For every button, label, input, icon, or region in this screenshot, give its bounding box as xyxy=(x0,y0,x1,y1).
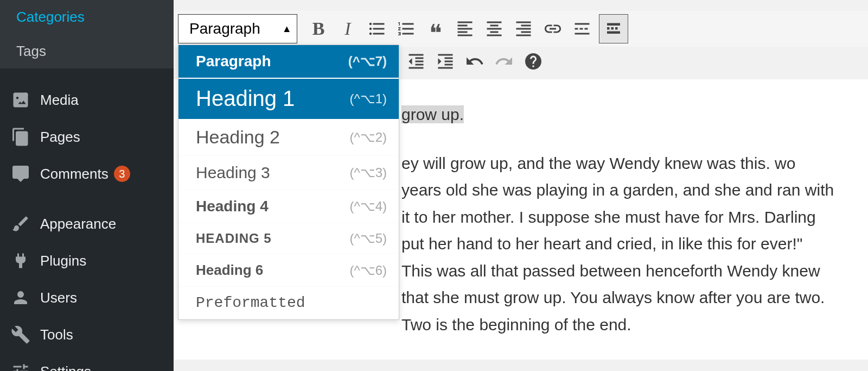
sidebar-item-label: Appearance xyxy=(40,216,116,232)
sidebar-item-comments[interactable]: Comments 3 xyxy=(0,155,174,192)
outdent-button[interactable] xyxy=(401,47,431,76)
format-option-h4[interactable]: Heading 4(^⌥4) xyxy=(178,190,399,223)
format-option-h1[interactable]: Heading 1(^⌥1) xyxy=(178,79,399,119)
sidebar-sub-label: Categories xyxy=(16,9,85,26)
editor-toolbar: Paragraph ▲ B I ❝ xyxy=(174,11,868,47)
format-option-label: HEADING 5 xyxy=(196,231,272,246)
format-option-shortcut: (^⌥3) xyxy=(349,165,387,180)
sidebar-item-label: Media xyxy=(40,92,79,109)
numbered-list-button[interactable] xyxy=(392,14,421,43)
sidebar-sub-label: Tags xyxy=(16,43,46,60)
align-left-button[interactable] xyxy=(450,14,480,43)
appearance-icon xyxy=(11,214,30,234)
sidebar-item-label: Plugins xyxy=(40,253,86,269)
format-option-shortcut: (^⌥1) xyxy=(349,91,387,106)
indent-button[interactable] xyxy=(431,47,460,76)
sidebar-item-users[interactable]: Users xyxy=(0,279,174,316)
plugins-icon xyxy=(11,251,30,271)
main-area: Paragraph ▲ B I ❝ xyxy=(174,0,868,371)
read-more-button[interactable] xyxy=(567,14,597,43)
redo-button[interactable] xyxy=(489,47,519,76)
blockquote-button[interactable]: ❝ xyxy=(421,14,450,43)
users-icon xyxy=(11,288,30,307)
sidebar-item-label: Comments xyxy=(40,166,108,183)
admin-sidebar: Categories Tags Media Pages Comments 3 A… xyxy=(0,0,174,371)
help-button[interactable] xyxy=(519,47,548,76)
media-icon xyxy=(11,90,30,110)
sidebar-item-label: Tools xyxy=(40,326,73,343)
pages-icon xyxy=(11,127,30,147)
format-option-shortcut: (^⌥6) xyxy=(349,263,387,278)
format-dropdown-menu: Paragraph(^⌥7)Heading 1(^⌥1)Heading 2(^⌥… xyxy=(178,45,399,320)
sidebar-item-media[interactable]: Media xyxy=(0,81,174,118)
format-option-shortcut: (^⌥4) xyxy=(349,199,387,214)
sidebar-item-plugins[interactable]: Plugins xyxy=(0,242,174,279)
dropdown-arrow-icon: ▲ xyxy=(282,23,292,35)
editor-toolbar-row2 xyxy=(397,47,868,79)
format-option-label: Heading 1 xyxy=(196,86,295,111)
italic-button[interactable]: I xyxy=(333,14,362,43)
format-option-shortcut: (^⌥2) xyxy=(349,130,387,145)
sidebar-item-label: Users xyxy=(40,290,77,306)
undo-button[interactable] xyxy=(460,47,489,76)
sidebar-item-settings[interactable]: Settings xyxy=(0,353,174,371)
svg-point-0 xyxy=(23,93,28,98)
link-button[interactable] xyxy=(538,14,567,43)
toolbar-toggle-button[interactable] xyxy=(599,14,628,43)
bold-button[interactable]: B xyxy=(304,14,333,43)
format-option-label: Heading 4 xyxy=(196,198,269,215)
align-right-button[interactable] xyxy=(509,14,538,43)
sidebar-item-label: Pages xyxy=(40,129,80,146)
sidebar-item-appearance[interactable]: Appearance xyxy=(0,205,174,242)
sidebar-sub-tags[interactable]: Tags xyxy=(0,34,174,68)
format-option-label: Paragraph xyxy=(196,53,271,70)
format-option-pre[interactable]: Preformatted xyxy=(178,287,399,319)
format-option-shortcut: (^⌥5) xyxy=(349,231,387,246)
format-option-h3[interactable]: Heading 3(^⌥3) xyxy=(178,156,399,190)
format-option-label: Heading 3 xyxy=(196,164,270,182)
format-dropdown-button[interactable]: Paragraph ▲ xyxy=(178,14,297,43)
format-option-label: Heading 6 xyxy=(196,262,263,279)
align-center-button[interactable] xyxy=(480,14,509,43)
sidebar-item-pages[interactable]: Pages xyxy=(0,118,174,155)
comments-icon xyxy=(11,164,30,184)
format-option-h6[interactable]: Heading 6(^⌥6) xyxy=(178,254,399,287)
format-selected-label: Paragraph xyxy=(189,20,260,37)
sidebar-sub-categories[interactable]: Categories xyxy=(0,0,174,34)
tools-icon xyxy=(11,325,30,344)
sidebar-item-tools[interactable]: Tools xyxy=(0,316,174,353)
settings-icon xyxy=(11,362,30,371)
format-option-label: Heading 2 xyxy=(196,127,280,148)
format-option-shortcut: (^⌥7) xyxy=(348,54,387,69)
format-option-h5[interactable]: HEADING 5(^⌥5) xyxy=(178,223,399,254)
comments-badge: 3 xyxy=(114,166,130,182)
format-option-h2[interactable]: Heading 2(^⌥2) xyxy=(178,119,399,156)
sidebar-item-label: Settings xyxy=(40,363,91,372)
format-option-para[interactable]: Paragraph(^⌥7) xyxy=(178,45,399,79)
format-option-label: Preformatted xyxy=(196,294,305,311)
bullet-list-button[interactable] xyxy=(362,14,392,43)
